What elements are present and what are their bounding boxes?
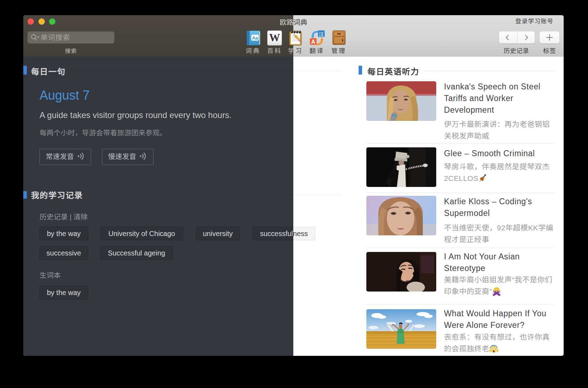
svg-text:W: W	[269, 31, 280, 44]
svg-text:A: A	[311, 39, 316, 45]
svg-text:Aa: Aa	[252, 35, 258, 41]
svg-text:汉: 汉	[319, 30, 324, 37]
